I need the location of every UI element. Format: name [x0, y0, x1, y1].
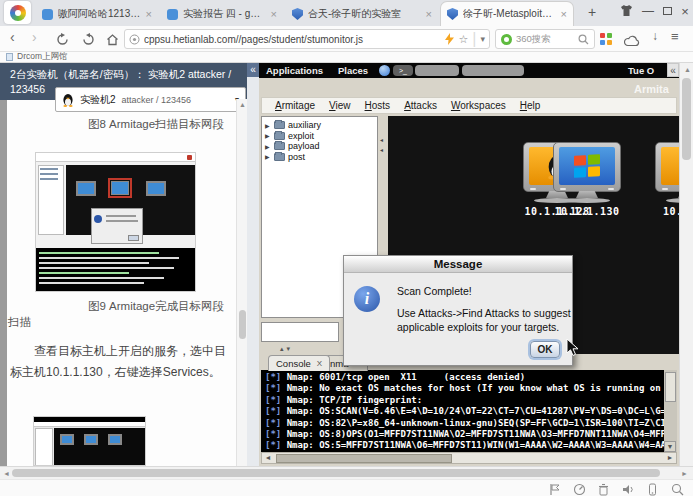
tab-metasploit-active[interactable]: 徐子昕-Metasploit攻击vi… ×	[441, 2, 573, 26]
machine-select-dropdown[interactable]: 实验机2 attacker / 123456 ▾	[55, 87, 246, 112]
collapse-doc-panel-button[interactable]: «	[247, 63, 259, 77]
console-output[interactable]: [*] Nmap: 6001/tcp open X11 (access deni…	[261, 370, 677, 452]
tree-expand-icon[interactable]: ▶	[265, 153, 271, 160]
tab-close-icon[interactable]: ×	[426, 8, 432, 20]
page-scroll-left-icon[interactable]: ◄	[3, 470, 10, 477]
address-bar[interactable]: cppsu.hetianlab.com//pages/student/stumo…	[124, 29, 490, 49]
collapse-right-button[interactable]: «	[667, 63, 679, 77]
console-tab-close[interactable]: X	[317, 359, 322, 368]
search-placeholder-text[interactable]: 360搜索	[516, 33, 574, 46]
menu-hosts[interactable]: Hosts	[358, 100, 398, 111]
page-info-icon[interactable]	[129, 34, 140, 45]
gnome-applications-menu[interactable]: Applications	[266, 65, 323, 76]
doc-scroll-up-icon[interactable]: ▲	[239, 101, 246, 108]
browser-launcher-icon[interactable]	[379, 65, 390, 76]
maximize-button[interactable]	[659, 7, 675, 15]
gnome-places-menu[interactable]: Places	[338, 65, 368, 76]
page-horizontal-scrollbar[interactable]: ◄ ►	[0, 466, 693, 479]
refresh-icon[interactable]	[56, 32, 69, 50]
tree-expand-icon[interactable]: ▶	[265, 132, 271, 139]
armitage-window-title: Armita	[634, 83, 669, 95]
target-host-windows[interactable]: 10.1.1.130	[542, 142, 632, 217]
splitter-handle-icon[interactable]: ◂	[380, 146, 383, 153]
armitage-menubar: Armitage View Hosts Attacks Workspaces H…	[261, 97, 677, 114]
cloud-icon[interactable]	[624, 33, 640, 51]
figure8-thumbnail	[35, 152, 196, 292]
window-close-button[interactable]: ×	[677, 4, 693, 19]
speed-dial-icon[interactable]	[573, 482, 586, 495]
ok-button[interactable]: OK	[530, 341, 560, 358]
page-scroll-up-icon[interactable]: ▲	[684, 66, 691, 73]
theme-icon[interactable]	[618, 4, 634, 20]
tab-hetian-lab[interactable]: 合天-徐子昕的实验室 ×	[286, 2, 438, 26]
menu-attacks[interactable]: Attacks	[397, 100, 444, 111]
dialog-title[interactable]: Message	[344, 256, 572, 273]
tab-title: 合天-徐子昕的实验室	[308, 7, 421, 21]
page-hscroll-thumb[interactable]	[12, 469, 660, 477]
main-menu-icon[interactable]: ≡	[671, 29, 679, 44]
mouse-cursor	[566, 338, 579, 357]
status-bar	[0, 479, 693, 496]
tab-blog[interactable]: 嗷阿阿哈哈12138 - 博客园 ×	[36, 2, 158, 26]
menu-help[interactable]: Help	[513, 100, 548, 111]
console-scroll-left-icon[interactable]: ◄	[262, 453, 274, 463]
tree-item-payload[interactable]: ▶ payload	[265, 141, 377, 152]
target-host-linux-1[interactable]: 10.1.1.1	[644, 142, 679, 217]
tab-close-icon[interactable]: ×	[146, 8, 152, 20]
address-divider: |	[472, 30, 476, 48]
tree-item-exploit[interactable]: ▶ exploit	[265, 131, 377, 142]
forward-icon[interactable]: ›	[32, 29, 37, 45]
minimize-button[interactable]: —	[640, 4, 656, 18]
page-scroll-right-icon[interactable]: ►	[681, 470, 688, 477]
penguin-icon	[62, 93, 74, 107]
console-scroll-thumb[interactable]	[665, 372, 676, 402]
splitter-arrows-icon[interactable]: ▴▾	[280, 345, 293, 353]
console-scroll-right-icon[interactable]: ►	[664, 453, 676, 463]
new-tab-button[interactable]: +	[588, 4, 596, 20]
window-list-button[interactable]	[415, 65, 459, 76]
tab-close-icon[interactable]: ×	[561, 8, 567, 20]
speed-mode-icon[interactable]	[445, 33, 454, 45]
browser-logo[interactable]	[4, 1, 31, 24]
console-hscroll-thumb[interactable]	[276, 454, 452, 463]
trash-clean-icon[interactable]	[597, 482, 610, 495]
console-tab[interactable]: Console X	[268, 355, 330, 371]
mobile-phone-icon[interactable]	[646, 482, 659, 495]
search-icon[interactable]	[578, 34, 589, 45]
tree-item-post[interactable]: ▶ post	[265, 152, 377, 163]
menu-workspaces[interactable]: Workspaces	[444, 100, 513, 111]
splitter-handle-icon[interactable]: ◂	[380, 136, 383, 143]
window-list-button[interactable]	[462, 65, 524, 76]
doc-scroll-thumb[interactable]	[239, 310, 246, 339]
favorite-star-icon[interactable]: ☆	[458, 33, 468, 46]
tab-title: 嗷阿阿哈哈12138 - 博客园	[58, 7, 141, 21]
console-vertical-scrollbar[interactable]: ▼	[664, 370, 677, 452]
app-grid-icon[interactable]	[600, 33, 612, 45]
menu-armitage[interactable]: Armitage	[268, 100, 322, 111]
module-search-input[interactable]	[261, 322, 339, 342]
restore-icon[interactable]	[82, 32, 95, 50]
zoom-page-icon[interactable]	[671, 482, 684, 495]
doc-paragraph: 查看目标主机上开启的服务，选中目标主机10.1.1.130，右键选择Servic…	[10, 341, 232, 383]
tab-report[interactable]: 实验报告 四 - ganjiangp… ×	[161, 2, 283, 26]
console-horizontal-scrollbar[interactable]: ◄ ►	[261, 452, 677, 464]
terminal-window-button[interactable]: >_	[393, 65, 413, 76]
console-scroll-down-icon[interactable]: ▼	[664, 441, 676, 452]
tree-expand-icon[interactable]: ▶	[265, 143, 271, 150]
url-text[interactable]: cppsu.hetianlab.com//pages/student/stumo…	[144, 34, 441, 45]
tree-item-auxiliary[interactable]: ▶ auxiliary	[265, 120, 377, 131]
bookmark-item[interactable]: Drcom上网馆	[17, 51, 68, 63]
back-icon[interactable]: ‹	[10, 29, 15, 45]
sidebar-pin-icon[interactable]	[548, 482, 561, 495]
sound-icon[interactable]	[622, 482, 635, 495]
home-icon[interactable]	[106, 32, 119, 50]
tree-expand-icon[interactable]: ▶	[265, 122, 271, 129]
page-vscroll-thumb[interactable]	[682, 78, 691, 160]
tab-close-icon[interactable]: ×	[271, 8, 277, 20]
doc-scrollbar[interactable]: ▲	[236, 99, 247, 466]
address-dropdown-icon[interactable]: ▾	[480, 34, 485, 44]
page-vertical-scrollbar[interactable]: ▲	[679, 63, 693, 466]
menu-view[interactable]: View	[322, 100, 358, 111]
download-icon[interactable]: ↓	[652, 29, 658, 43]
search-box[interactable]: 360搜索	[495, 29, 595, 49]
